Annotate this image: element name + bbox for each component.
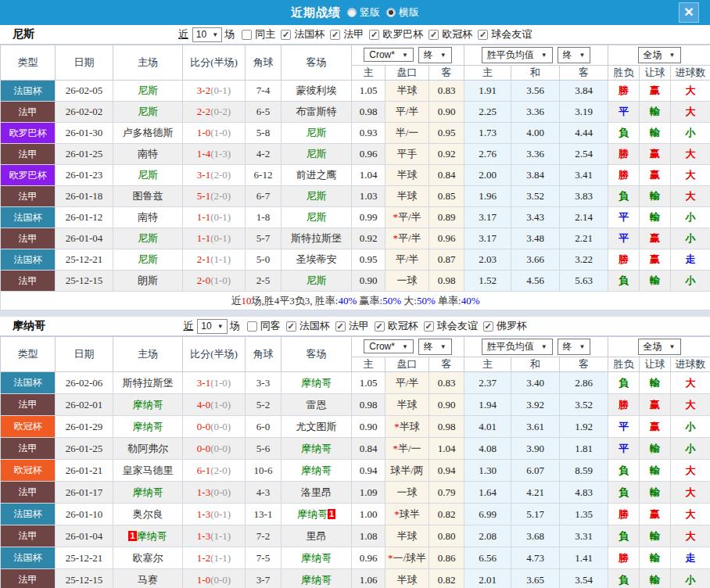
score-cell: 5-1(2-0) [183, 186, 246, 207]
summary-segment: 近 [231, 295, 242, 307]
horizontal-radio[interactable] [386, 8, 396, 17]
team-name-text: 图鲁兹 [133, 190, 163, 202]
fulltime-score: 1-3 [197, 508, 210, 520]
halftime-score: (0-0) [210, 421, 231, 432]
handicap-odds-home-cell: 0.98 [352, 102, 385, 123]
goals-cell: 走 [671, 547, 710, 569]
score-cell: 1-2(1-1) [183, 547, 246, 569]
handicap-result-cell: 輸 [640, 482, 671, 504]
team-section-0: 尼斯近10▼场同主✓法国杯✓法甲✓欧罗巴杯✓欧冠杯✓球会友谊类型日期主场比分(半… [0, 25, 710, 310]
score-cell: 2-0(1-0) [183, 271, 246, 292]
games-count-select[interactable]: 10▼ [192, 27, 222, 42]
result-cell: 勝 [608, 81, 640, 102]
avg-draw-cell: 4.73 [511, 547, 560, 569]
fulltime-score: 1-4 [197, 148, 210, 160]
handicap-cell: 半球 [385, 525, 429, 547]
cup-checkbox[interactable]: ✓ [335, 321, 346, 332]
handicap-odds-away-cell: 0.83 [429, 372, 464, 394]
away-team-cell: 洛里昂 [281, 482, 352, 504]
final-dropdown[interactable]: 终▼ [558, 47, 591, 63]
same-venue-checkbox[interactable] [242, 30, 252, 40]
halftime-score: (1-0) [210, 377, 231, 389]
handicap-odds-home-cell: 0.96 [352, 547, 385, 569]
home-team-cell: 尼斯 [113, 165, 183, 186]
games-count-select[interactable]: 10▼ [197, 319, 227, 334]
handicap-odds-away-cell: 0.96 [429, 228, 464, 249]
handicap-cell: *一/球半 [385, 547, 429, 569]
away-team-cell: 里昂 [281, 525, 352, 547]
avg-draw-cell: 3.43 [511, 207, 560, 228]
team-name-text: 前进之鹰 [296, 169, 337, 181]
match-row: 法甲25-12-15朗斯2-0(1-0)2-5尼斯0.90一球0.981.524… [1, 271, 710, 292]
cup-checkbox[interactable]: ✓ [330, 30, 340, 40]
cup-checkbox[interactable]: ✓ [429, 30, 439, 40]
result-cell: 負 [608, 372, 640, 394]
handicap-odds-away-cell: 0.92 [429, 144, 464, 165]
final-dropdown[interactable]: 终▼ [418, 47, 452, 63]
date-cell: 26-02-06 [56, 372, 113, 394]
avg-away-cell: 5.63 [560, 271, 608, 292]
bookmaker-dropdown[interactable]: Crow*▼ [364, 48, 414, 62]
result-cell: 負 [608, 569, 640, 588]
halftime-score: (0-1) [210, 84, 231, 96]
cup-checkbox[interactable]: ✓ [424, 321, 434, 332]
avg-odds-dropdown[interactable]: 胜平负均值▼ [482, 339, 553, 355]
cup-checkbox[interactable]: ✓ [281, 30, 291, 40]
fullmatch-dropdown[interactable]: 全场▼ [638, 339, 681, 355]
same-venue-checkbox[interactable] [247, 321, 257, 332]
final-dropdown[interactable]: 终▼ [558, 339, 591, 355]
team-name-text: 摩纳哥 [301, 574, 332, 586]
date-cell: 26-01-30 [56, 123, 113, 144]
near-label: 近 [178, 27, 188, 41]
summary-segment: 场,胜4平3负3, 胜率: [252, 295, 339, 307]
date-cell: 25-12-15 [56, 569, 113, 588]
handicap-odds-away-cell: 0.94 [429, 460, 464, 482]
chevron-down-icon: ▼ [217, 323, 224, 330]
same-venue-label: 同主 [255, 27, 275, 41]
team-name-text: 摩纳哥 [301, 443, 332, 454]
avg-odds-dropdown[interactable]: 胜平负均值▼ [482, 47, 553, 63]
handicap-cell: 平/半 [385, 249, 429, 271]
avg-away-cell: 1.81 [560, 438, 608, 460]
fulltime-score: 1-1 [197, 232, 210, 244]
avg-away-cell: 3.22 [560, 249, 608, 271]
handicap-odds-home-cell: 0.93 [352, 123, 385, 144]
handicap-result-cell: 輸 [640, 123, 671, 144]
team-name-text: 摩纳哥 [301, 552, 332, 564]
date-cell: 26-01-04 [56, 525, 113, 547]
avg-home-cell: 2.76 [464, 144, 511, 165]
type-badge: 法甲 [1, 144, 56, 165]
avg-home-cell: 1.91 [464, 81, 511, 102]
score-cell: 1-1(0-1) [183, 207, 246, 228]
close-icon[interactable]: ✕ [679, 2, 699, 23]
avg-odds-dropdown-label: 胜平负均值 [487, 48, 534, 62]
chevron-down-icon: ▼ [579, 52, 586, 59]
corner-cell: 3-7 [246, 569, 281, 588]
layout-option-vertical[interactable]: 竖版 [347, 5, 380, 20]
handicap-cell: 半球 [385, 165, 429, 186]
cup-checkbox[interactable]: ✓ [478, 30, 488, 40]
team-name-text: 南特 [138, 211, 158, 223]
final-dropdown[interactable]: 终▼ [418, 339, 452, 355]
avg-draw-cell: 6.07 [511, 460, 560, 482]
score-cell: 0-0(0-0) [183, 416, 246, 438]
team-name-text: 里昂 [307, 530, 327, 542]
handicap-odds-home-cell: 0.90 [352, 271, 385, 292]
away-team-cell: 蒙彼利埃 [281, 81, 352, 102]
cup-checkbox[interactable]: ✓ [286, 321, 296, 332]
type-badge: 法国杯 [1, 372, 56, 394]
cup-checkbox[interactable]: ✓ [483, 321, 493, 332]
cup-checkbox[interactable]: ✓ [375, 321, 385, 332]
vertical-radio[interactable] [347, 8, 357, 17]
avg-odds-group-header: 胜平负均值▼终▼ [464, 45, 608, 66]
home-team-cell: 尼斯 [113, 81, 183, 102]
handicap-cell: *平/半 [385, 228, 429, 249]
halftime-score: (2-0) [210, 464, 231, 476]
avg-home-cell: 1.94 [464, 394, 511, 416]
result-cell: 負 [608, 460, 640, 482]
fullmatch-dropdown[interactable]: 全场▼ [638, 47, 681, 63]
handicap-result-cell: 赢 [640, 144, 671, 165]
bookmaker-dropdown[interactable]: Crow*▼ [364, 339, 414, 353]
cup-checkbox[interactable]: ✓ [369, 30, 379, 40]
layout-option-horizontal[interactable]: 横版 [386, 5, 419, 20]
